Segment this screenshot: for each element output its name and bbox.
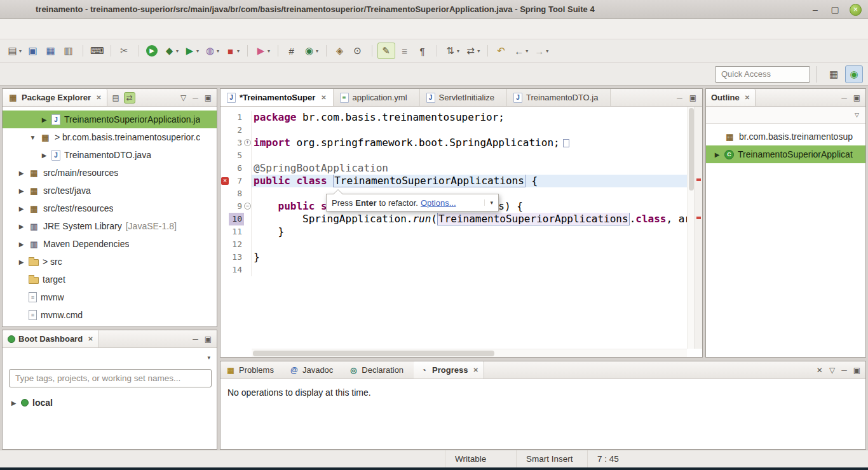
tree-item[interactable]: ▶ J TreinamentoDTO.java: [3, 146, 217, 164]
sort-button[interactable]: ⇅ ▾: [442, 43, 461, 59]
tab-declaration[interactable]: ◎ Declaration: [343, 361, 414, 379]
close-icon[interactable]: ✕: [88, 335, 93, 342]
tree-item[interactable]: ▶ C TreinamentoSuperiorApplicat: [706, 145, 865, 163]
view-menu-button[interactable]: ▽: [855, 112, 859, 118]
expand-arrow-icon[interactable]: ▶: [18, 223, 25, 230]
code-editor[interactable]: 1 package br.com.basis.treinamentosuperi…: [220, 107, 702, 357]
expand-arrow-icon[interactable]: ▼: [29, 134, 36, 141]
back-button[interactable]: ← ▾: [511, 43, 530, 59]
quick-access-input[interactable]: [715, 66, 810, 83]
maximize-view-button[interactable]: ▣: [205, 94, 212, 102]
tree-item[interactable]: ▶ ▦ src/main/resources: [3, 164, 217, 182]
tree-item[interactable]: ▶ ▥ Maven Dependencies: [3, 235, 217, 253]
new-java-project-button[interactable]: #: [283, 43, 300, 59]
editor-vertical-scrollbar[interactable]: [687, 107, 695, 349]
tab-problems[interactable]: ▦ Problems: [220, 361, 284, 379]
rename-linked-box[interactable]: TreinamentoSuperiorApplications: [333, 175, 526, 187]
maximize-window-button[interactable]: ▢: [830, 4, 840, 15]
run-button[interactable]: ▶ ▾: [182, 43, 201, 59]
tree-item[interactable]: ≡ mvnw: [3, 288, 217, 306]
error-marker[interactable]: [696, 178, 701, 181]
tree-item[interactable]: ▶ > src: [3, 253, 217, 271]
tree-item[interactable]: ▶ J TreinamentoSuperiorApplication.ja: [3, 111, 217, 128]
menu-item[interactable]: [33, 26, 47, 32]
expand-arrow-icon[interactable]: ▶: [10, 399, 17, 406]
menu-item[interactable]: [75, 26, 89, 32]
coverage-button[interactable]: ◍ ▾: [202, 43, 221, 59]
expand-arrow-icon[interactable]: ▶: [18, 170, 25, 177]
last-edit-button[interactable]: ↶: [493, 43, 510, 59]
open-type-button[interactable]: ◈: [332, 43, 348, 59]
expand-arrow-icon[interactable]: ▶: [41, 152, 48, 159]
menu-item[interactable]: [89, 26, 103, 32]
filters-button[interactable]: ⇄ ▾: [463, 43, 482, 59]
minimize-view-button[interactable]: ─: [193, 94, 198, 102]
run-external-button[interactable]: ▶ ▾: [253, 43, 272, 59]
close-icon[interactable]: ✕: [473, 366, 478, 373]
new-class-button[interactable]: ◉ ▾: [301, 43, 320, 59]
tree-item[interactable]: target: [3, 271, 217, 288]
open-perspective-button[interactable]: ▦: [825, 65, 843, 83]
tab-servlet-initialize[interactable]: J ServletInitialize: [420, 89, 507, 106]
view-menu-button[interactable]: ▽: [829, 366, 835, 374]
minimize-view-button[interactable]: ─: [677, 94, 682, 102]
profile-button[interactable]: ■ ▾: [222, 43, 241, 59]
minimize-view-button[interactable]: ─: [193, 335, 198, 343]
tab-application-yml[interactable]: ≡ application.yml: [334, 89, 420, 106]
error-marker[interactable]: [696, 217, 701, 219]
menu-item[interactable]: [131, 26, 145, 32]
fold-expand-icon[interactable]: +: [244, 139, 251, 146]
save-button[interactable]: ▣: [25, 43, 41, 59]
open-console-button[interactable]: ⌨: [88, 43, 105, 59]
menu-item[interactable]: [103, 26, 117, 32]
close-icon[interactable]: ✕: [745, 94, 750, 101]
maximize-view-button[interactable]: ▣: [853, 366, 860, 374]
annotations-button[interactable]: ≡: [397, 43, 413, 59]
show-whitespace-button[interactable]: ¶: [414, 43, 431, 59]
popup-options-link[interactable]: Options...: [421, 198, 456, 208]
forward-button[interactable]: → ▾: [531, 43, 550, 59]
menu-item[interactable]: [5, 26, 19, 32]
save-all-button[interactable]: ▦: [43, 43, 59, 59]
remove-all-button[interactable]: ✕: [817, 366, 823, 374]
tree-item[interactable]: ▶ ▦ src/test/resources: [3, 199, 217, 217]
maximize-view-button[interactable]: ▣: [853, 94, 860, 102]
tab-package-explorer[interactable]: ▦ Package Explorer ✕: [3, 89, 107, 106]
new-wizard-button[interactable]: ▤ ▾: [4, 43, 24, 59]
expand-arrow-icon[interactable]: ▶: [714, 151, 721, 158]
tab-treinamento-superior-application[interactable]: J *TreinamentoSuper ✕: [220, 89, 334, 106]
collapse-all-button[interactable]: ▤: [112, 94, 119, 102]
tree-item[interactable]: ▼ ▦ > br.com.basis.treinamentosuperior.c: [3, 128, 217, 146]
link-with-editor-button[interactable]: ⇄: [124, 92, 135, 104]
minimize-window-button[interactable]: –: [810, 4, 820, 15]
chevron-down-icon[interactable]: ▾: [484, 199, 493, 206]
menu-item[interactable]: [47, 26, 61, 32]
tab-javadoc[interactable]: @ Javadoc: [284, 361, 343, 379]
search-button[interactable]: ⊙: [349, 43, 366, 59]
tree-item[interactable]: ≡ mvnw.cmd: [3, 306, 217, 324]
tab-outline[interactable]: Outline ✕: [706, 89, 756, 106]
menu-item[interactable]: [117, 26, 131, 32]
tab-treinamento-dto[interactable]: J TreinamentoDTO.ja: [507, 89, 611, 106]
maximize-view-button[interactable]: ▣: [689, 94, 696, 102]
overview-ruler[interactable]: [695, 107, 702, 349]
tree-item[interactable]: ▦ br.com.basis.treinamentosup: [706, 128, 865, 145]
tree-item[interactable]: ▶ local: [3, 394, 217, 412]
expand-arrow-icon[interactable]: ▶: [18, 241, 25, 248]
tree-item[interactable]: ▶ ▦ src/test/java: [3, 182, 217, 199]
expand-arrow-icon[interactable]: ▶: [18, 205, 25, 212]
close-window-button[interactable]: ×: [850, 4, 862, 16]
close-icon[interactable]: ✕: [96, 94, 101, 101]
menu-item[interactable]: [19, 26, 33, 32]
boot-dashboard-filter-input[interactable]: [9, 369, 212, 387]
minimize-view-button[interactable]: ─: [841, 94, 847, 102]
maximize-view-button[interactable]: ▣: [205, 335, 212, 343]
expand-arrow-icon[interactable]: ▶: [41, 116, 48, 123]
tab-boot-dashboard[interactable]: Boot Dashboard ✕: [3, 330, 99, 347]
editor-horizontal-scrollbar[interactable]: [252, 349, 687, 357]
view-menu-button[interactable]: ▽: [180, 94, 186, 102]
cut-button[interactable]: ✂: [116, 43, 133, 59]
minimize-view-button[interactable]: ─: [841, 366, 847, 374]
fold-collapse-icon[interactable]: −: [244, 203, 251, 210]
expand-arrow-icon[interactable]: ▶: [18, 187, 25, 194]
